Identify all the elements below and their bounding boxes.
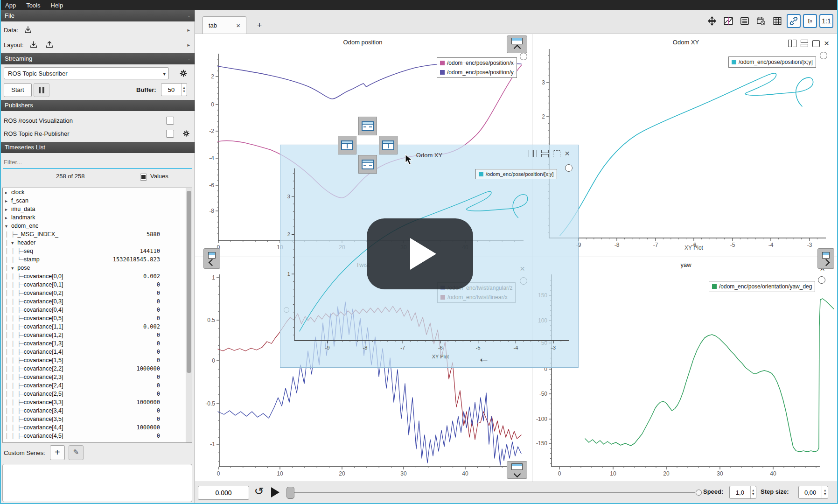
move-widgets-icon[interactable] xyxy=(705,14,719,28)
plot-chart[interactable]: 32-9-8-7-6-5-4-3XY Plot xyxy=(534,35,838,254)
close-icon[interactable]: × xyxy=(565,150,570,157)
tab-active[interactable]: tab × xyxy=(203,16,246,34)
timeseries-row[interactable]: ▸f_scan xyxy=(3,196,192,205)
list-view-icon[interactable] xyxy=(738,14,752,28)
section-header-timeseries[interactable]: Timeseries List xyxy=(0,142,195,153)
tree-scrollbar-thumb[interactable] xyxy=(187,191,191,373)
link-axes-icon[interactable] xyxy=(787,14,801,28)
close-icon[interactable]: × xyxy=(824,40,829,47)
dock-target-right-icon[interactable] xyxy=(379,136,398,154)
timeseries-row[interactable]: │ │ ├─covariance[0,4]0 xyxy=(3,306,192,314)
timeseries-row[interactable]: │ ▾header xyxy=(3,238,192,247)
timeline-slider[interactable] xyxy=(286,486,695,499)
rosout-checkbox[interactable] xyxy=(166,117,174,125)
legend-entry[interactable]: /odom_enc/pose/position/[x;y] xyxy=(479,170,554,178)
timeseries-row[interactable]: ▸clock xyxy=(3,188,192,196)
tracker-icon[interactable] xyxy=(721,14,735,28)
split-vertical-icon[interactable] xyxy=(541,150,549,157)
timeseries-row[interactable]: │ │ ├─covariance[0,2]0 xyxy=(3,289,192,297)
collapse-handle-left[interactable] xyxy=(203,248,220,269)
time-field[interactable] xyxy=(198,486,249,500)
timeseries-row[interactable]: ▸imu_data xyxy=(3,205,192,213)
play-button[interactable] xyxy=(271,487,279,497)
time-offset-button[interactable]: to xyxy=(803,14,817,28)
legend-anchor-circle[interactable] xyxy=(520,53,527,60)
ratio-one-to-one-button[interactable]: 1:1 xyxy=(819,14,833,28)
fullscreen-icon[interactable] xyxy=(812,40,820,47)
section-header-publishers[interactable]: Publishers xyxy=(0,100,195,111)
grid-layout-icon[interactable] xyxy=(770,14,784,28)
overlay-legend[interactable]: /odom_enc/pose/position/[x;y] xyxy=(475,169,557,179)
spinner-arrows-icon[interactable]: ▲▼ xyxy=(750,486,756,498)
timeseries-row[interactable]: │ │ ├─covariance[2,3]0 xyxy=(3,373,192,381)
tree-scrollbar[interactable] xyxy=(186,188,192,442)
streaming-source-select[interactable]: ROS Topic Subscriber ▾ xyxy=(4,67,169,79)
timeseries-row[interactable]: │ │ ├─covariance[3,4]0 xyxy=(3,406,192,415)
step-size-spinner[interactable]: ▲▼ xyxy=(798,486,828,499)
add-tab-button[interactable]: + xyxy=(252,20,267,32)
section-header-file[interactable]: File - xyxy=(0,10,195,21)
filter-input[interactable] xyxy=(3,156,192,169)
republisher-checkbox[interactable] xyxy=(166,130,174,138)
collapse-icon[interactable]: - xyxy=(188,53,190,64)
fullscreen-icon[interactable] xyxy=(553,150,560,157)
dock-target-top-icon[interactable] xyxy=(358,117,377,135)
dock-target-left-icon[interactable] xyxy=(338,136,356,154)
spinner-arrows-icon[interactable]: ▲▼ xyxy=(822,486,828,498)
step-size-value-field[interactable] xyxy=(799,486,822,498)
timeseries-row[interactable]: │ │ ├─covariance[0,5]0 xyxy=(3,314,192,322)
republisher-gear-icon[interactable] xyxy=(180,128,192,139)
collapse-icon[interactable]: - xyxy=(188,10,190,21)
timeseries-row[interactable]: │ │ ├─covariance[3,5]0 xyxy=(3,415,192,423)
timeseries-row[interactable]: │ │ ├─covariance[2,2]1000000 xyxy=(3,364,192,373)
timeseries-row[interactable]: │ │ ├─covariance[4,4]1000000 xyxy=(3,423,192,432)
legend-anchor-circle[interactable] xyxy=(818,276,825,284)
timeseries-row[interactable]: ▾odom_enc xyxy=(3,222,192,230)
datetime-icon[interactable] xyxy=(754,14,768,28)
add-custom-series-button[interactable]: + xyxy=(50,445,65,460)
split-horizontal-icon[interactable] xyxy=(788,40,796,47)
legend-anchor-circle[interactable] xyxy=(565,164,573,172)
timeseries-row[interactable]: │ ├─_MSG_INDEX_5880 xyxy=(3,230,192,238)
plot-legend[interactable]: /odom_enc/pose/orientation/yaw_deg xyxy=(709,281,815,292)
timeseries-tree[interactable]: ▸clock▸f_scan▸imu_data▸landmark▾odom_enc… xyxy=(2,188,192,443)
dock-target-bottom-icon[interactable] xyxy=(358,155,377,174)
timeseries-row[interactable]: │ │ ├─covariance[1,3]0 xyxy=(3,339,192,348)
speed-spinner[interactable]: ▲▼ xyxy=(729,486,756,499)
time-value[interactable] xyxy=(198,486,249,500)
buffer-value-field[interactable] xyxy=(161,84,181,96)
timeseries-row[interactable]: │ │ ├─covariance[2,5]0 xyxy=(3,390,192,398)
legend-entry[interactable]: /odom_enc/pose/position/x xyxy=(440,58,514,68)
plot-yaw[interactable]: yaw × 150100500-50-100-150010203040 /odo… xyxy=(534,258,838,481)
slider-handle[interactable] xyxy=(286,487,294,499)
timeseries-row[interactable]: │ │ ├─covariance[3,3]1000000 xyxy=(3,398,192,406)
custom-series-list[interactable] xyxy=(2,464,192,502)
timeseries-row[interactable]: │ │ └─stamp1532618545.823 xyxy=(3,255,192,264)
split-vertical-icon[interactable] xyxy=(801,40,808,47)
menu-tools[interactable]: Tools xyxy=(21,1,45,10)
timeseries-row[interactable]: │ │ ├─covariance[0,0]0.002 xyxy=(3,272,192,280)
timeseries-row[interactable]: │ │ ├─covariance[4,5]0 xyxy=(3,432,192,440)
split-horizontal-icon[interactable] xyxy=(529,150,537,157)
chevron-right-icon[interactable]: ▸ xyxy=(187,27,190,33)
section-header-streaming[interactable]: Streaming - xyxy=(0,53,195,64)
streaming-settings-gear-icon[interactable] xyxy=(177,68,189,78)
load-data-icon[interactable] xyxy=(22,25,34,35)
menu-help[interactable]: Help xyxy=(46,1,69,10)
pause-button[interactable] xyxy=(34,83,49,97)
timeseries-row[interactable]: │ │ ├─covariance[1,4]0 xyxy=(3,348,192,356)
timeseries-row[interactable]: │ │ ├─covariance[2,4]0 xyxy=(3,381,192,390)
timeseries-row[interactable]: │ ▾pose xyxy=(3,264,192,272)
speed-value-field[interactable] xyxy=(730,486,750,498)
collapse-handle-bottom[interactable] xyxy=(507,461,527,479)
legend-entry[interactable]: /odom_enc/pose/orientation/yaw_deg xyxy=(712,282,812,291)
load-layout-icon[interactable] xyxy=(28,40,40,50)
timeseries-row[interactable]: │ │ ├─covariance[0,1]0 xyxy=(3,280,192,289)
legend-entry[interactable]: /odom_enc/pose/position/y xyxy=(440,68,514,77)
edit-custom-series-button[interactable]: ✎ xyxy=(69,445,84,460)
legend-anchor-circle[interactable] xyxy=(820,52,827,59)
timeseries-row[interactable]: │ │ ├─covariance[1,1]0.002 xyxy=(3,322,192,331)
plot-odom-xy[interactable]: Odom XY × 32-9-8-7-6-5-4-3XY Plot /odom_… xyxy=(534,35,838,254)
tab-close-icon[interactable]: × xyxy=(236,21,240,29)
chevron-right-icon[interactable]: ▸ xyxy=(187,42,190,48)
